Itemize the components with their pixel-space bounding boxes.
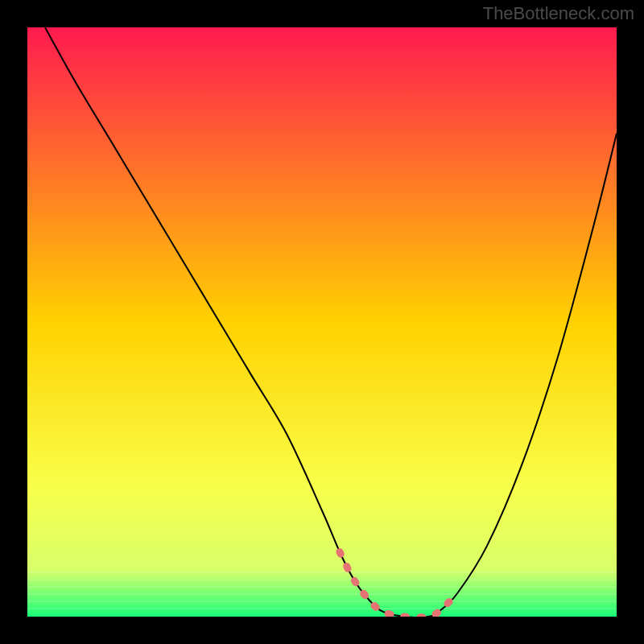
watermark-text: TheBottleneck.com [483,3,634,24]
chart-background [27,27,617,617]
chart-plot-area [27,27,617,617]
chart-svg [27,27,617,617]
